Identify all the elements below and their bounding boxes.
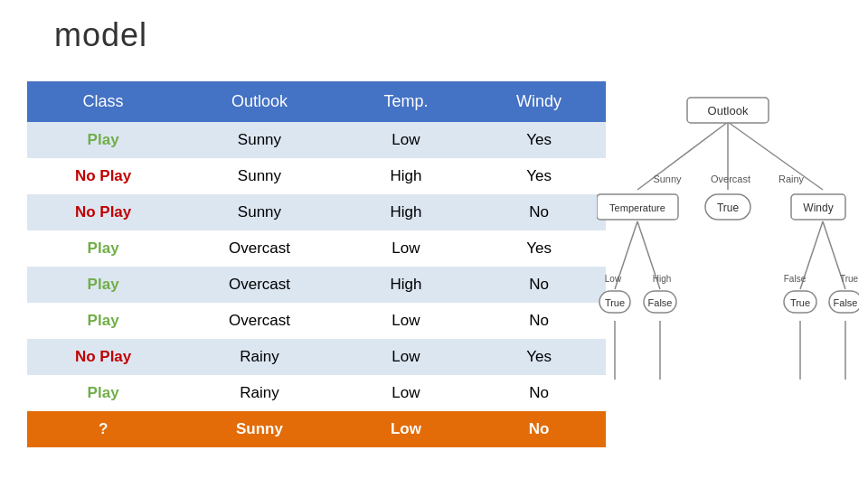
cell-temp: Low xyxy=(340,411,472,447)
cell-temp: High xyxy=(340,267,472,303)
cell-windy: No xyxy=(472,194,606,230)
svg-text:High: High xyxy=(653,274,672,284)
page-title: model xyxy=(54,16,147,54)
cell-windy: No xyxy=(472,375,606,411)
svg-text:False: False xyxy=(834,297,858,308)
svg-text:Windy: Windy xyxy=(803,202,833,214)
cell-outlook: Sunny xyxy=(179,122,340,158)
cell-outlook: Rainy xyxy=(179,375,340,411)
cell-temp: Low xyxy=(340,375,472,411)
col-header-class: Class xyxy=(27,81,179,122)
cell-outlook: Overcast xyxy=(179,230,340,267)
cell-class: No Play xyxy=(27,158,179,194)
cell-class: No Play xyxy=(27,194,179,230)
svg-text:Overcast: Overcast xyxy=(711,174,750,184)
cell-class: Play xyxy=(27,303,179,339)
table-row: PlayOvercastLowNo xyxy=(27,303,606,339)
cell-class: Play xyxy=(27,267,179,303)
cell-outlook: Sunny xyxy=(179,194,340,230)
cell-outlook: Overcast xyxy=(179,267,340,303)
table-row: PlayOvercastHighNo xyxy=(27,267,606,303)
cell-class: Play xyxy=(27,230,179,267)
svg-text:False: False xyxy=(784,274,807,284)
cell-outlook: Rainy xyxy=(179,339,340,375)
cell-outlook: Sunny xyxy=(179,158,340,194)
col-header-windy: Windy xyxy=(472,81,606,122)
cell-windy: No xyxy=(472,303,606,339)
cell-class: Play xyxy=(27,375,179,411)
cell-windy: No xyxy=(472,267,606,303)
svg-text:True: True xyxy=(790,297,810,308)
col-header-outlook: Outlook xyxy=(179,81,340,122)
table-row: ?SunnyLowNo xyxy=(27,411,606,447)
svg-text:Sunny: Sunny xyxy=(653,174,682,184)
cell-temp: Low xyxy=(340,230,472,267)
decision-tree: Outlook Sunny Overcast Rainy Temperature… xyxy=(597,81,859,470)
cell-windy: Yes xyxy=(472,158,606,194)
table-row: PlaySunnyLowYes xyxy=(27,122,606,158)
svg-text:Low: Low xyxy=(605,274,622,284)
cell-windy: Yes xyxy=(472,122,606,158)
data-table: Class Outlook Temp. Windy PlaySunnyLowYe… xyxy=(27,81,606,447)
cell-outlook: Overcast xyxy=(179,303,340,339)
col-header-temp: Temp. xyxy=(340,81,472,122)
table-row: PlayRainyLowNo xyxy=(27,375,606,411)
table-row: No PlaySunnyHighYes xyxy=(27,158,606,194)
cell-temp: Low xyxy=(340,339,472,375)
cell-windy: Yes xyxy=(472,230,606,267)
svg-text:True: True xyxy=(717,202,740,214)
cell-class: Play xyxy=(27,122,179,158)
cell-windy: Yes xyxy=(472,339,606,375)
svg-text:True: True xyxy=(840,274,859,284)
svg-text:Temperature: Temperature xyxy=(609,202,665,213)
cell-outlook: Sunny xyxy=(179,411,340,447)
svg-text:False: False xyxy=(648,297,673,308)
cell-windy: No xyxy=(472,411,606,447)
cell-class: ? xyxy=(27,411,179,447)
table-row: No PlaySunnyHighNo xyxy=(27,194,606,230)
cell-temp: Low xyxy=(340,122,472,158)
cell-temp: High xyxy=(340,158,472,194)
svg-text:Outlook: Outlook xyxy=(708,104,749,117)
cell-class: No Play xyxy=(27,339,179,375)
svg-text:True: True xyxy=(605,297,625,308)
table-row: No PlayRainyLowYes xyxy=(27,339,606,375)
cell-temp: High xyxy=(340,194,472,230)
svg-text:Rainy: Rainy xyxy=(778,174,805,184)
cell-temp: Low xyxy=(340,303,472,339)
table-row: PlayOvercastLowYes xyxy=(27,230,606,267)
